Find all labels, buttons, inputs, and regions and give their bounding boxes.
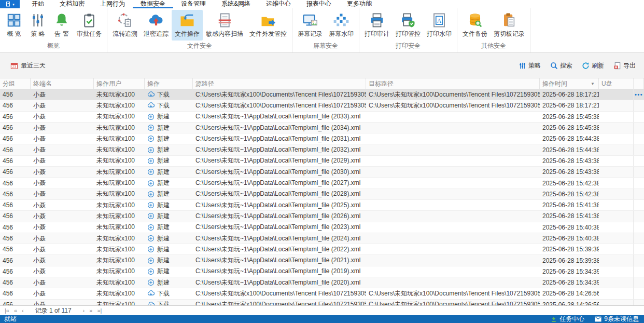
plus-circle-icon (147, 180, 155, 187)
pager-next-page-button[interactable]: » (89, 308, 93, 314)
search-button[interactable]: 搜索 (550, 61, 572, 70)
overview-grid-icon (6, 12, 22, 28)
ribbon-item-alert[interactable]: 告 警 (50, 10, 74, 41)
cell-row-menu (634, 222, 644, 233)
table-row[interactable]: 456小聂未知玩家x100新建C:\Users\未知玩~1\AppData\Lo… (0, 222, 644, 233)
ribbon-group-screen-security: 屏幕记录屏幕水印屏幕安全 (292, 8, 359, 52)
cell-source-path: C:\Users\未知玩~1\AppData\Local\Temp\xml_fi… (193, 211, 366, 221)
ribbon-group-print-security: 打印审计打印管控A打印水印打印安全 (359, 8, 457, 52)
cell-source-path: C:\Users\未知玩家x100\Documents\Tencent File… (193, 288, 366, 299)
tab-web-behavior[interactable]: 上网行为 (92, 0, 133, 8)
table-row[interactable]: 456小聂未知玩家x100新建C:\Users\未知玩~1\AppData\Lo… (0, 144, 644, 155)
pager-prev-page-button[interactable]: « (13, 308, 18, 314)
cell-action: 新建 (145, 189, 193, 199)
task-center-button[interactable]: 任务中心 (551, 315, 584, 323)
tab-ops-center[interactable]: 运维中心 (258, 0, 299, 8)
cell-usb (599, 222, 634, 233)
cell-action: 新建 (145, 222, 193, 233)
column-header-target[interactable]: 目标路径 (366, 78, 540, 89)
tab-device-mgmt[interactable]: 设备管理 (173, 0, 214, 8)
table-row[interactable]: 456小聂未知玩家x100下载C:\Users\未知玩家x100\Documen… (0, 89, 644, 100)
table-row[interactable]: 456小聂未知玩家x100新建C:\Users\未知玩~1\AppData\Lo… (0, 178, 644, 189)
table-row[interactable]: 456小聂未知玩家x100新建C:\Users\未知玩~1\AppData\Lo… (0, 133, 644, 144)
row-menu-button[interactable]: ••• (635, 91, 643, 98)
refresh-button[interactable]: 刷新 (582, 61, 604, 70)
ribbon-item-policy[interactable]: 策 略 (26, 10, 50, 41)
action-label: 新建 (157, 190, 170, 198)
table-row[interactable]: 456小聂未知玩家x100下载C:\Users\未知玩家x100\Documen… (0, 100, 644, 111)
column-header-group[interactable]: 分组 (0, 78, 31, 89)
tab-start[interactable]: 开始 (24, 0, 52, 8)
ribbon-item-leak-trace[interactable]: 泄密追踪 (141, 10, 172, 41)
table-row[interactable]: 456小聂未知玩家x100新建C:\Users\未知玩~1\AppData\Lo… (0, 233, 644, 244)
column-header-menu[interactable] (634, 78, 644, 89)
column-header-terminal[interactable]: 终端名 (31, 78, 94, 89)
ribbon-item-clipboard-record[interactable]: 剪切板记录 (491, 10, 528, 41)
cell-terminal: 小聂 (31, 222, 94, 233)
app-menu-button[interactable]: ▾ (0, 0, 20, 8)
cell-group: 456 (0, 244, 31, 254)
export-icon (613, 62, 621, 70)
table-row[interactable]: 456小聂未知玩家x100新建C:\Users\未知玩~1\AppData\Lo… (0, 277, 644, 288)
column-header-usb[interactable]: U盘 (599, 78, 634, 89)
cell-user: 未知玩家x100 (94, 300, 145, 305)
ribbon-group-label: 打印安全 (359, 41, 457, 52)
tab-system-network[interactable]: 系统&网络 (214, 0, 258, 8)
date-filter-button[interactable]: 23 最近三天 (10, 61, 46, 70)
table-row[interactable]: 456小聂未知玩家x100新建C:\Users\未知玩~1\AppData\Lo… (0, 189, 644, 200)
unread-messages-button[interactable]: 9条未读信息 (595, 315, 639, 323)
ribbon-item-approval-tasks[interactable]: 审批任务 (74, 10, 105, 41)
action-label: 新建 (157, 168, 170, 177)
plus-circle-icon (147, 224, 155, 231)
table-row[interactable]: 456小聂未知玩家x100新建C:\Users\未知玩~1\AppData\Lo… (0, 266, 644, 277)
export-button[interactable]: 导出 (613, 61, 636, 70)
table-row[interactable]: 456小聂未知玩家x100新建C:\Users\未知玩~1\AppData\Lo… (0, 123, 644, 133)
table-row[interactable]: 456小聂未知玩家x100新建C:\Users\未知玩~1\AppData\Lo… (0, 255, 644, 266)
column-header-user[interactable]: 操作用户 (94, 78, 145, 89)
column-header-action[interactable]: 操作 (145, 78, 193, 89)
cell-action: 下载 (145, 300, 193, 305)
table-row[interactable]: 456小聂未知玩家x100新建C:\Users\未知玩~1\AppData\Lo… (0, 211, 644, 222)
cell-row-menu (634, 167, 644, 177)
column-header-time[interactable]: 操作时间▼ (540, 78, 599, 89)
pager-first-button[interactable]: |« (4, 308, 10, 314)
table-row[interactable]: 456小聂未知玩家x100下载C:\Users\未知玩家x100\Documen… (0, 288, 644, 299)
ribbon-item-file-backup[interactable]: 文件备份 (459, 10, 491, 41)
table-row[interactable]: 456小聂未知玩家x100新建C:\Users\未知玩~1\AppData\Lo… (0, 156, 644, 167)
table-row[interactable]: 456小聂未知玩家x100新建C:\Users\未知玩~1\AppData\Lo… (0, 244, 644, 255)
pager-prev-button[interactable]: ‹ (21, 308, 24, 314)
tab-doc-encrypt[interactable]: 文档加密 (52, 0, 92, 8)
ribbon-item-flow-trace[interactable]: 流转追溯 (109, 10, 141, 41)
ribbon-item-print-audit[interactable]: 打印审计 (361, 10, 393, 41)
policy-button[interactable]: 策略 (519, 61, 541, 70)
ribbon-item-sensitive-content-scan[interactable]: 敏感内容扫描 (203, 10, 246, 41)
cell-time: 2025-06-28 18:17:21 (540, 100, 599, 111)
ribbon-item-print-watermark[interactable]: A打印水印 (424, 10, 455, 41)
pager-next-button[interactable]: › (82, 308, 86, 314)
ribbon-item-print-control[interactable]: 打印管控 (393, 10, 424, 41)
cell-group: 456 (0, 277, 31, 288)
cell-source-path: C:\Users\未知玩~1\AppData\Local\Temp\xml_fi… (193, 167, 366, 177)
ribbon: 概 览策 略告 警审批任务概览流转追溯泄密追踪文件操作敏感内容扫描文件外发管控文… (0, 8, 644, 53)
table-row[interactable]: 456小聂未知玩家x100新建C:\Users\未知玩~1\AppData\Lo… (0, 167, 644, 178)
ribbon-item-file-operations[interactable]: 文件操作 (172, 10, 203, 41)
cell-target-path (366, 144, 540, 155)
cell-action: 新建 (145, 156, 193, 166)
column-header-source[interactable]: 源路径 (193, 78, 366, 89)
ribbon-item-screen-watermark[interactable]: 屏幕水印 (326, 10, 357, 41)
tab-data-security[interactable]: 数据安全 (133, 0, 173, 8)
table-row[interactable]: 456小聂未知玩家x100新建C:\Users\未知玩~1\AppData\Lo… (0, 200, 644, 211)
cell-usb (599, 133, 634, 144)
cell-usb (599, 156, 634, 166)
tab-report-center[interactable]: 报表中心 (299, 0, 339, 8)
ribbon-item-screen-record[interactable]: 屏幕记录 (295, 10, 326, 41)
pager-last-button[interactable]: »| (96, 308, 102, 314)
ribbon-item-overview[interactable]: 概 览 (2, 10, 26, 41)
sort-caret-icon[interactable]: ▼ (591, 82, 596, 86)
tab-more-features[interactable]: 更多功能 (339, 0, 380, 8)
ribbon-item-file-outgoing-control[interactable]: 文件外发管控 (246, 10, 290, 41)
table-row[interactable]: 456小聂未知玩家x100下载C:\Users\未知玩家x100\Documen… (0, 300, 644, 305)
cell-group: 456 (0, 288, 31, 299)
cell-source-path: C:\Users\未知玩~1\AppData\Local\Temp\xml_fi… (193, 112, 366, 122)
table-row[interactable]: 456小聂未知玩家x100新建C:\Users\未知玩~1\AppData\Lo… (0, 112, 644, 123)
